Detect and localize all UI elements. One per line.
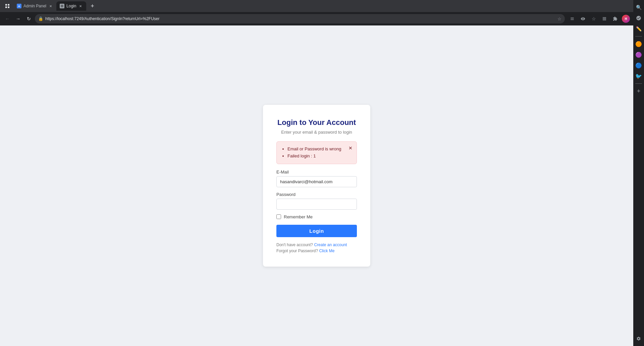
favorites-button[interactable]: ☆	[589, 14, 598, 23]
password-input[interactable]	[276, 199, 357, 210]
remember-me-label[interactable]: Remember Me	[284, 214, 313, 219]
sidebar-search-icon[interactable]: 🔍	[634, 3, 643, 12]
address-bar[interactable]: 🔒 https://localhost:7249/Authentication/…	[35, 14, 565, 23]
login-header: Login to Your Account Enter your email &…	[276, 118, 357, 135]
password-form-group: Password	[276, 192, 357, 210]
create-account-link[interactable]: Create an account	[314, 243, 347, 247]
browser-chrome: A Admin Panel ✕ Login ✕ + ← → ↻ 🔒 https:…	[0, 0, 644, 25]
tab-login[interactable]: Login ✕	[56, 1, 86, 11]
forgot-password-row: Forgot your Password? Click Me	[276, 249, 357, 253]
no-account-text: Don't have account?	[276, 243, 313, 247]
address-bar-row: ← → ↻ 🔒 https://localhost:7249/Authentic…	[0, 12, 644, 25]
sidebar-add-icon[interactable]: +	[634, 86, 643, 96]
password-label: Password	[276, 192, 357, 197]
admin-panel-tab-close[interactable]: ✕	[48, 4, 53, 8]
star-icon[interactable]: ☆	[557, 16, 561, 21]
sidebar-ext3-icon[interactable]: 🔵	[634, 61, 643, 70]
reader-mode-button[interactable]	[568, 14, 577, 23]
svg-point-4	[61, 5, 63, 7]
error-item-1: Email or Password is wrong	[287, 146, 351, 153]
svg-rect-2	[5, 6, 7, 8]
collections-button[interactable]	[600, 14, 609, 23]
login-title: Login to Your Account	[276, 118, 357, 127]
profile-button[interactable]: H	[621, 14, 631, 23]
forward-button[interactable]: →	[13, 14, 23, 23]
login-tab-title: Login	[66, 4, 76, 8]
login-footer: Don't have account? Create an account Fo…	[276, 243, 357, 253]
back-button[interactable]: ←	[3, 14, 12, 23]
sidebar-copilot-icon[interactable]	[634, 13, 643, 23]
sidebar-pen-icon[interactable]: ✏️	[634, 24, 643, 33]
remember-me-row: Remember Me	[276, 214, 357, 219]
tab-admin-panel[interactable]: A Admin Panel ✕	[13, 1, 56, 11]
sidebar-ext2-icon[interactable]: 🟣	[634, 50, 643, 59]
svg-rect-1	[8, 4, 9, 6]
login-subtitle: Enter your email & password to login	[276, 130, 357, 135]
tab-bar: A Admin Panel ✕ Login ✕ +	[0, 0, 644, 12]
error-alert: Email or Password is wrong Failed login …	[276, 141, 357, 164]
sidebar-ext1-icon[interactable]: 🟠	[634, 39, 643, 49]
profile-avatar[interactable]: H	[622, 15, 630, 23]
login-card: Login to Your Account Enter your email &…	[263, 105, 370, 267]
email-form-group: E-Mail	[276, 169, 357, 187]
sidebar-ext4-icon[interactable]: 🐦	[634, 71, 643, 81]
lock-icon: 🔒	[38, 16, 43, 21]
svg-rect-0	[5, 4, 7, 6]
error-item-2: Failed login : 1	[287, 153, 351, 160]
browser-sidebar: 🔍 ✏️ 🟠 🟣 🔵 🐦 +	[633, 0, 644, 346]
admin-panel-tab-title: Admin Panel	[23, 4, 46, 8]
login-tab-close[interactable]: ✕	[78, 4, 83, 8]
error-close-button[interactable]: ✕	[348, 145, 353, 151]
new-tab-button[interactable]: +	[88, 1, 97, 11]
page-content: Login to Your Account Enter your email &…	[0, 25, 644, 346]
tab-grid-button[interactable]	[3, 1, 12, 11]
immersive-reader-button[interactable]	[578, 14, 588, 23]
admin-panel-favicon: A	[17, 4, 21, 8]
login-button[interactable]: Login	[276, 225, 357, 237]
email-label: E-Mail	[276, 169, 357, 175]
login-favicon	[60, 4, 64, 8]
click-me-link[interactable]: Click Me	[319, 249, 334, 253]
svg-rect-3	[8, 6, 9, 8]
email-input[interactable]	[276, 176, 357, 187]
address-bar-actions: ☆ H ···	[568, 14, 641, 23]
url-text: https://localhost:7249/Authentication/Si…	[45, 16, 555, 21]
sidebar-settings-icon[interactable]	[634, 334, 643, 343]
create-account-row: Don't have account? Create an account	[276, 243, 357, 247]
sidebar-divider-2	[635, 83, 642, 84]
error-list: Email or Password is wrong Failed login …	[282, 146, 351, 160]
forgot-password-text: Forgot your Password?	[276, 249, 318, 253]
remember-me-checkbox[interactable]	[276, 214, 281, 219]
sidebar-divider-1	[635, 36, 642, 37]
refresh-button[interactable]: ↻	[24, 14, 34, 23]
extensions-button[interactable]	[610, 14, 620, 23]
